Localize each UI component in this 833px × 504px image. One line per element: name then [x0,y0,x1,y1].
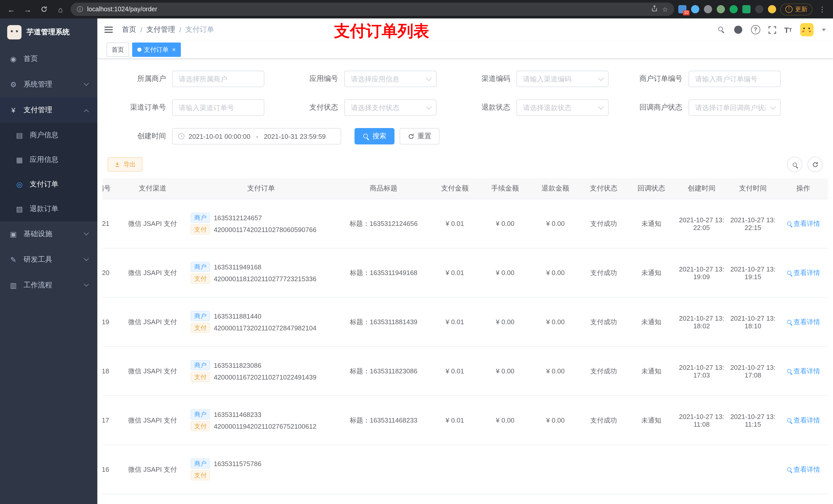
green-extension-icon[interactable] [717,5,725,13]
view-detail-link[interactable]: 查看详情 [786,268,820,278]
check-extension-icon[interactable] [730,5,738,13]
home-icon[interactable]: ⌂ [54,3,67,15]
cell-notify: 未通知 [627,199,676,248]
merchant-order-no-input[interactable] [689,71,781,87]
sidebar-fold-icon[interactable] [104,27,113,28]
font-size-icon[interactable]: TT [784,25,792,34]
drop-extension-icon[interactable] [691,5,699,13]
chevron-up-icon [84,109,89,114]
search-button[interactable]: 搜索 [355,128,395,144]
tools-icon: ✎ [9,256,18,264]
address-bar[interactable]: ⓘ localhost:1024/pay/order ☆ [71,3,674,16]
sidebar-item-pay-order[interactable]: ◎ 支付订单 [0,172,97,197]
puzzle-extension-icon[interactable]: 10 [678,5,687,13]
pay-tag: 支付 [191,323,210,333]
sidebar-item-merchant-info[interactable]: ▤ 商户信息 [0,123,97,147]
browser-update-button[interactable]: ! 更新 [780,3,812,15]
sidebar-item-infra[interactable]: ▣ 基础设施 [0,221,97,247]
back-icon[interactable]: ← [5,3,18,15]
channel-order-no: 4200001194202110276752100612 [214,422,316,430]
merchant-input[interactable] [172,71,264,87]
main-content: 首页 / 支付管理 / 支付订单 支付订单列表 ? TT [97,19,833,504]
view-detail-link[interactable]: 查看详情 [786,465,820,474]
filter-app: 应用编号 [278,71,436,87]
reload-icon[interactable] [38,3,50,15]
emoji-extension-icon[interactable] [768,5,776,13]
bookmark-star-icon[interactable]: ☆ [662,5,668,13]
channel-code-input[interactable] [516,71,609,87]
github-icon[interactable] [733,25,743,34]
breadcrumb-current: 支付订单 [186,25,214,34]
cell-actions: 查看详情 [779,346,828,396]
filter-create-time-label: 创建时间 [105,131,172,141]
cell-channel: 微信 JSAPI 支付 [121,248,185,297]
pay-tag: 支付 [191,273,210,284]
sidebar-item-workflow[interactable]: ▥ 工作流程 [0,272,97,298]
cell-refund: ¥ 0.00 [530,248,580,297]
sidebar-item-home[interactable]: ◉ 首页 [0,46,97,72]
user-avatar[interactable] [800,23,813,37]
cell-channel: 微信 JSAPI 支付 [121,445,185,494]
breadcrumb-section[interactable]: 支付管理 [146,25,175,34]
sidebar-item-payment[interactable]: ¥ 支付管理 [0,97,97,123]
channel-order-no: 4200001167202110271022491439 [214,373,316,381]
cell-pay-time: 2021-10-27 13:19:15 [727,248,779,297]
cell-order: 商户 1635311881440 支付 42000011732021102728… [185,297,337,346]
view-detail-link[interactable]: 查看详情 [786,317,820,327]
cell-actions: 查看详情 [779,199,828,248]
sidebar-item-system[interactable]: ⚙ 系统管理 [0,72,97,97]
cell-status: 支付成功 [581,199,627,248]
view-detail-link[interactable]: 查看详情 [786,366,820,376]
cell-amount: ¥ 0.01 [430,297,480,346]
browser-menu-icon[interactable]: ⋮ [817,5,828,13]
chat-extension-icon[interactable] [742,5,751,13]
view-detail-link[interactable]: 查看详情 [786,219,820,228]
toggle-search-button[interactable] [787,157,802,172]
channel-order-no: 4200001174202110278060590766 [214,225,316,233]
forward-icon[interactable]: → [22,3,34,15]
filter-refund-status: 退款状态 [450,99,609,116]
cell-fee: ¥ 0.00 [480,248,530,297]
date-start: 2021-10-01 00:00:00 [189,133,250,140]
cell-pay-time: 2021-10-27 13:11:15 [727,396,779,445]
channel-order-no-input[interactable] [172,99,264,116]
tab-home[interactable]: 首页 [106,43,129,57]
app-title: 芋道管理系统 [27,28,70,37]
sidebar-item-refund-order[interactable]: ▧ 退款订单 [0,197,97,221]
cell-refund [530,445,580,494]
avatar-caret-icon[interactable] [822,28,826,31]
tab-close-icon[interactable]: × [171,47,176,53]
magnifier-icon [787,270,792,275]
header-search-icon[interactable] [717,26,725,33]
breadcrumb-home[interactable]: 首页 [122,25,136,34]
cell-order: 商户 1635312124657 支付 42000011742021102780… [185,199,337,248]
sidebar-item-app-info[interactable]: ▦ 应用信息 [0,147,97,172]
create-time-range-picker[interactable]: 2021-10-01 00:00:00 - 2021-10-31 23:59:5… [172,128,341,144]
view-detail-link[interactable]: 查看详情 [786,416,820,425]
sidebar-item-devtools[interactable]: ✎ 研发工具 [0,247,97,272]
filter-refund-status-label: 退款状态 [450,103,516,112]
chevron-down-icon [84,281,89,286]
magnifier-icon [787,368,792,374]
cell-title: 标题：1635311881439 [338,297,430,346]
pay-status-select[interactable] [344,99,436,116]
app-select[interactable] [344,71,436,87]
pin-extension-icon[interactable] [755,5,763,13]
table-row: 119 微信 JSAPI 支付 商户 1635311881440 支付 4200… [102,297,828,346]
reset-button[interactable]: 重置 [400,128,439,144]
browser-chrome: ← → ⌂ ⓘ localhost:1024/pay/order ☆ 10 ! … [0,0,833,19]
refund-status-select[interactable] [516,99,609,116]
filter-merchant-label: 所属商户 [105,74,172,83]
fullscreen-icon[interactable] [768,26,776,33]
share-icon[interactable] [651,5,658,13]
url-text[interactable]: localhost:1024/pay/order [87,6,647,13]
notify-status-select[interactable] [689,99,781,116]
site-info-icon[interactable]: ⓘ [77,5,83,14]
gray-extension-icon[interactable] [704,5,712,13]
refresh-table-button[interactable] [807,157,823,172]
export-button[interactable]: 导出 [108,157,142,172]
help-icon[interactable]: ? [751,25,760,34]
tab-pay-order[interactable]: 支付订单 × [132,43,181,57]
payment-submenu: ▤ 商户信息 ▦ 应用信息 ◎ 支付订单 ▧ 退款订单 [0,123,97,221]
table-row: 117 微信 JSAPI 支付 商户 1635311468233 支付 4200… [102,396,828,445]
